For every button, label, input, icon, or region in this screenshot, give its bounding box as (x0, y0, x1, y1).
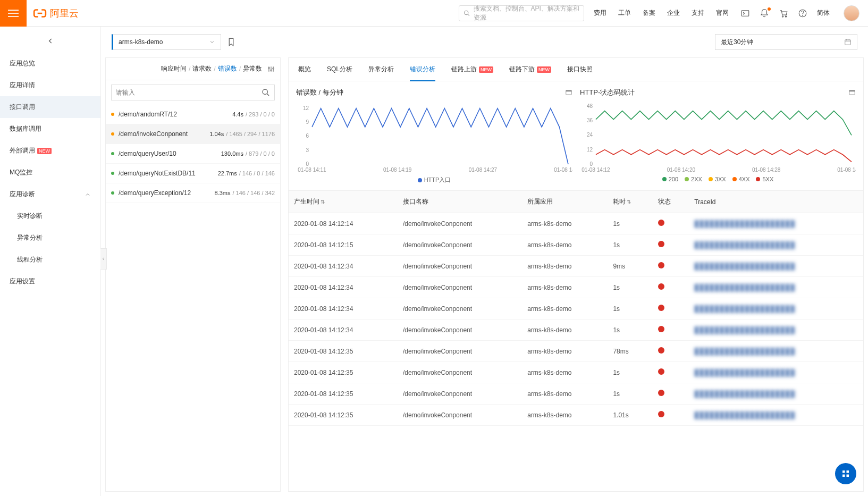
link-support[interactable]: 支持 (692, 9, 704, 18)
metric-tab-req[interactable]: 请求数 (192, 64, 212, 73)
api-row[interactable]: /demo/invokeConponent1.04s/ 1465 / 294 /… (106, 124, 280, 144)
status-dot (658, 390, 664, 396)
tab[interactable]: 概览 (298, 58, 311, 80)
trace-id[interactable]: ████████████████████ (694, 411, 795, 419)
svg-text:12: 12 (587, 147, 593, 153)
sidebar-item[interactable]: 应用诊断 (0, 183, 100, 205)
svg-rect-23 (566, 90, 572, 91)
sidebar-item[interactable]: MQ监控 (0, 162, 100, 183)
table-row[interactable]: 2020-01-08 14:12:34/demo/invokeConponent… (289, 256, 863, 277)
api-row[interactable]: /demo/queryNotExistDB/1122.7ms/ 146 / 0 … (106, 164, 280, 183)
metric-tab-exc[interactable]: 异常数 (243, 64, 262, 73)
sidebar-item[interactable]: 异常分析 (0, 227, 100, 249)
sidebar-item[interactable]: 线程分析 (0, 249, 100, 271)
svg-line-4 (468, 14, 469, 15)
chart-title: 错误数 / 每分钟 (296, 88, 343, 97)
table-row[interactable]: 2020-01-08 14:12:35/demo/invokeConponent… (289, 341, 863, 362)
svg-text:48: 48 (587, 103, 593, 109)
bell-icon[interactable] (760, 9, 769, 18)
sidebar-item[interactable]: 应用设置 (0, 271, 100, 292)
col-header[interactable]: 状态 (653, 191, 689, 213)
tab[interactable]: 异常分析 (368, 58, 394, 80)
bookmark-icon[interactable] (226, 37, 236, 47)
trace-id[interactable]: ████████████████████ (694, 220, 795, 228)
trace-id[interactable]: ████████████████████ (694, 284, 795, 291)
cart-icon[interactable] (779, 9, 788, 18)
table-row[interactable]: 2020-01-08 14:12:14/demo/invokeConponent… (289, 213, 863, 234)
back-button[interactable] (0, 31, 100, 53)
link-fee[interactable]: 费用 (594, 9, 606, 18)
status-dot (658, 220, 664, 226)
table-row[interactable]: 2020-01-08 14:12:35/demo/invokeConponent… (289, 405, 863, 426)
sidebar-item[interactable]: 实时诊断 (0, 205, 100, 227)
sidebar-item[interactable]: 外部调用NEW (0, 140, 100, 162)
tab[interactable]: 接口快照 (567, 58, 593, 80)
trace-id[interactable]: ████████████████████ (694, 348, 795, 355)
link-ticket[interactable]: 工单 (618, 9, 631, 18)
expand-icon[interactable] (565, 89, 572, 96)
trace-id[interactable]: ████████████████████ (694, 369, 795, 376)
detail-panel: 概览SQL分析异常分析错误分析链路上游NEW链路下游NEW接口快照 错误数 / … (288, 57, 864, 492)
trace-id[interactable]: ████████████████████ (694, 305, 795, 313)
table-row[interactable]: 2020-01-08 14:12:35/demo/invokeConponent… (289, 362, 863, 383)
lang-switch[interactable]: 简体 (817, 9, 830, 18)
api-row[interactable]: /demo/queryUser/10130.0ms/ 879 / 0 / 0 (106, 144, 280, 164)
table-row[interactable]: 2020-01-08 14:12:15/demo/invokeConponent… (289, 234, 863, 256)
col-header[interactable]: 产生时间⇅ (289, 191, 398, 213)
link-enterprise[interactable]: 企业 (667, 9, 680, 18)
chart-status: HTTP-状态码统计 01224364801-08 14:1201-08 14:… (580, 88, 856, 184)
app-selector[interactable]: arms-k8s-demo (112, 34, 221, 50)
logo-text: 阿里云 (50, 7, 79, 20)
svg-point-9 (803, 15, 803, 15)
table-row[interactable]: 2020-01-08 14:12:34/demo/invokeConponent… (289, 298, 863, 320)
status-dot (658, 283, 664, 290)
metric-tab-rt[interactable]: 响应时间 (161, 64, 187, 73)
sidebar-item[interactable]: 数据库调用 (0, 118, 100, 140)
sidebar-item[interactable]: 应用详情 (0, 74, 100, 96)
tab[interactable]: 链路下游NEW (509, 58, 551, 80)
trace-id[interactable]: ████████████████████ (694, 263, 795, 270)
api-search-input[interactable] (116, 89, 262, 96)
sidebar-collapse[interactable]: ‹ (100, 248, 107, 270)
table-row[interactable]: 2020-01-08 14:12:35/demo/invokeConponent… (289, 383, 863, 405)
link-icp[interactable]: 备案 (643, 9, 655, 18)
menu-toggle[interactable] (0, 0, 27, 27)
svg-text:3: 3 (306, 147, 309, 153)
trace-id[interactable]: ████████████████████ (694, 241, 795, 249)
table-row[interactable]: 2020-01-08 14:12:34/demo/invokeConponent… (289, 277, 863, 298)
api-search[interactable] (111, 85, 275, 100)
tab[interactable]: 链路上游NEW (451, 58, 493, 80)
time-selected: 最近30分钟 (721, 38, 753, 47)
global-search[interactable]: 搜索文档、控制台、API、解决方案和资源 (459, 5, 584, 21)
api-row[interactable]: /demo/queryException/128.3ms/ 146 / 146 … (106, 183, 280, 203)
api-row[interactable]: /demo/randomRT/124.4s/ 293 / 0 / 0 (106, 105, 280, 124)
svg-text:36: 36 (587, 117, 593, 123)
avatar[interactable] (844, 5, 859, 21)
svg-text:01-08 14:12: 01-08 14:12 (582, 167, 610, 173)
trace-id[interactable]: ████████████████████ (694, 390, 795, 398)
chart-title: HTTP-状态码统计 (580, 88, 635, 97)
logo[interactable]: 阿里云 (33, 6, 79, 20)
grid-icon (841, 469, 850, 478)
tab[interactable]: SQL分析 (327, 58, 352, 80)
sidebar-item[interactable]: 接口调用 (0, 96, 100, 118)
metric-tab-err[interactable]: 错误数 (218, 64, 237, 73)
trace-id[interactable]: ████████████████████ (694, 326, 795, 334)
col-header[interactable]: TraceId (689, 191, 863, 213)
link-website[interactable]: 官网 (716, 9, 729, 18)
sidebar-item[interactable]: 应用总览 (0, 53, 100, 74)
status-dot (658, 411, 664, 417)
error-table: 产生时间⇅接口名称所属应用耗时⇅状态TraceId 2020-01-08 14:… (289, 190, 863, 491)
terminal-icon[interactable] (740, 9, 750, 18)
settings-icon[interactable] (267, 65, 275, 73)
time-selector[interactable]: 最近30分钟 (715, 34, 857, 50)
tab[interactable]: 错误分析 (410, 58, 435, 81)
fab-apps[interactable] (835, 463, 856, 484)
search-placeholder: 搜索文档、控制台、API、解决方案和资源 (474, 4, 580, 22)
col-header[interactable]: 所属应用 (522, 191, 608, 213)
col-header[interactable]: 耗时⇅ (608, 191, 652, 213)
help-icon[interactable] (798, 9, 807, 18)
table-row[interactable]: 2020-01-08 14:12:34/demo/invokeConponent… (289, 320, 863, 341)
col-header[interactable]: 接口名称 (398, 191, 522, 213)
expand-icon[interactable] (848, 89, 856, 96)
